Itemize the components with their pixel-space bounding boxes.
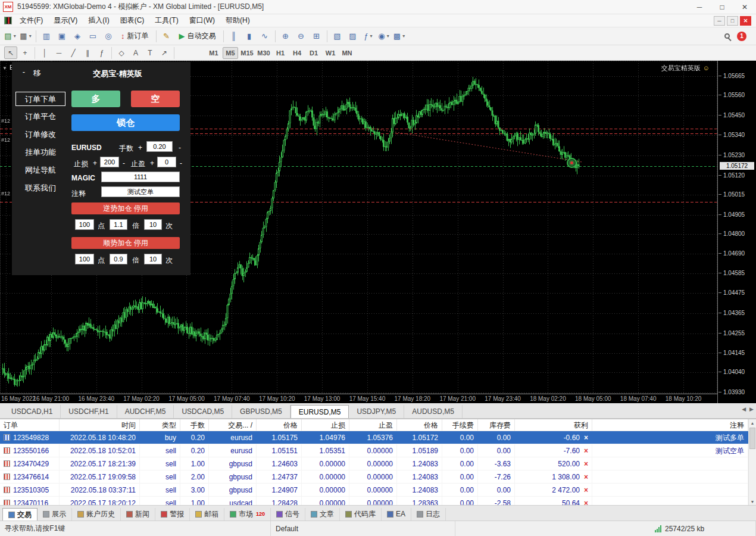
panel-menu-item-4[interactable]: 网址导航 bbox=[15, 163, 65, 177]
chart-tab-usdcad-h1[interactable]: USDCAD,H1 bbox=[4, 405, 61, 418]
column-header-profit[interactable]: 获利 bbox=[515, 419, 592, 431]
lots-input[interactable] bbox=[146, 141, 173, 152]
status-profile[interactable]: Default bbox=[271, 521, 455, 536]
bottom-tab-mailbox[interactable]: 邮箱 bbox=[190, 508, 224, 521]
chart-corner-arrow-icon[interactable]: ▼ bbox=[2, 66, 7, 71]
column-header-commission[interactable]: 手续费 bbox=[442, 419, 478, 431]
panel-menu-item-2[interactable]: 订单修改 bbox=[15, 127, 65, 142]
line-chart-button[interactable]: ∿ bbox=[258, 29, 272, 43]
market-watch-button[interactable]: ▥ bbox=[39, 29, 54, 43]
order-row[interactable]: 1234766142022.05.17 19:09:58sell2.00gbpu… bbox=[0, 470, 756, 484]
panel-menu-item-1[interactable]: 订单平仓 bbox=[15, 110, 65, 124]
trendline-tool[interactable]: ╱ bbox=[67, 46, 80, 59]
search-icon[interactable] bbox=[724, 33, 730, 39]
order-row[interactable]: 1235498282022.05.18 10:48:20buy0.20eurus… bbox=[0, 431, 756, 444]
auto-arrange-button[interactable]: ▧ bbox=[330, 29, 345, 43]
minimize-button[interactable]: ─ bbox=[688, 0, 711, 14]
column-header-swap[interactable]: 库存费 bbox=[478, 419, 515, 431]
stoploss-input[interactable] bbox=[100, 157, 119, 167]
text-tool[interactable]: A bbox=[129, 46, 142, 59]
scroll-up-icon[interactable]: ▲ bbox=[749, 419, 756, 427]
profiles-button[interactable]: ▦▾ bbox=[18, 29, 33, 43]
periods-button[interactable]: ◉▾ bbox=[377, 29, 391, 43]
trend-add-button[interactable]: 顺势加仓 停用 bbox=[71, 237, 180, 249]
timeframe-m30[interactable]: M30 bbox=[256, 47, 271, 59]
bottom-tab-alerts[interactable]: 警报 bbox=[155, 508, 190, 521]
timeframe-mn[interactable]: MN bbox=[339, 47, 355, 59]
bottom-tab-articles[interactable]: 文章 bbox=[305, 508, 340, 521]
bar-chart-button[interactable]: ║ bbox=[227, 29, 241, 43]
menu-charts[interactable]: 图表(C) bbox=[115, 14, 150, 27]
trend-points-input[interactable] bbox=[75, 254, 94, 264]
counter-trend-add-button[interactable]: 逆势加仓 停用 bbox=[71, 202, 180, 214]
menu-insert[interactable]: 插入(I) bbox=[83, 14, 114, 27]
timeframe-w1[interactable]: W1 bbox=[323, 47, 338, 59]
order-row[interactable]: 1235501662022.05.18 10:52:01sell0.20euru… bbox=[0, 444, 756, 457]
menu-help[interactable]: 帮助(H) bbox=[220, 14, 255, 27]
panel-move-button[interactable]: 移 bbox=[33, 68, 41, 79]
lots-increase-button[interactable]: + bbox=[138, 144, 142, 152]
scroll-down-icon[interactable]: ▼ bbox=[749, 498, 756, 505]
bottom-tab-exposure[interactable]: 展示 bbox=[38, 508, 72, 521]
bottom-tab-journal[interactable]: 日志 bbox=[411, 508, 446, 521]
panel-menu-item-3[interactable]: 挂单功能 bbox=[15, 145, 65, 160]
vertical-line-tool[interactable]: │ bbox=[38, 46, 51, 59]
bottom-tab-code-base[interactable]: 代码库 bbox=[340, 508, 382, 521]
chart-close-button[interactable]: ✕ bbox=[740, 16, 751, 26]
column-header-price[interactable]: 价格 bbox=[257, 419, 302, 431]
bottom-tab-trade[interactable]: 交易 bbox=[2, 508, 38, 521]
close-order-button[interactable]: × bbox=[584, 486, 588, 494]
sell-button[interactable]: 空 bbox=[131, 91, 180, 107]
strategy-tester-button[interactable]: ◎ bbox=[101, 29, 115, 43]
column-header-price2[interactable]: 价格 bbox=[397, 419, 442, 431]
magic-input[interactable] bbox=[101, 172, 180, 182]
price-axis[interactable]: 1.05172 1.056651.055601.054501.053401.05… bbox=[717, 61, 756, 403]
chart-tab-usdchf-h1[interactable]: USDCHF,H1 bbox=[61, 405, 117, 418]
bottom-tab-account-history[interactable]: 账户历史 bbox=[72, 508, 121, 521]
menu-tools[interactable]: 工具(T) bbox=[149, 14, 183, 27]
takeprofit-decrease-button[interactable]: - bbox=[180, 159, 182, 167]
order-row[interactable]: 1234704292022.05.17 18:21:39sell1.00gbpu… bbox=[0, 457, 756, 470]
menu-window[interactable]: 窗口(W) bbox=[184, 14, 220, 27]
stoploss-increase-button[interactable]: + bbox=[93, 159, 97, 167]
data-window-button[interactable]: ▣ bbox=[55, 29, 69, 43]
menu-view[interactable]: 显示(V) bbox=[48, 14, 83, 27]
bottom-tab-experts[interactable]: EA bbox=[382, 508, 411, 521]
takeprofit-input[interactable] bbox=[157, 157, 176, 167]
buy-button[interactable]: 多 bbox=[71, 91, 120, 107]
candlestick-chart-button[interactable]: ▮ bbox=[242, 29, 257, 43]
tabs-scroll-right-icon[interactable]: ▶ bbox=[749, 406, 754, 412]
chart-shift-button[interactable]: ▨ bbox=[346, 29, 360, 43]
arrows-tool[interactable]: ↗ bbox=[158, 46, 171, 59]
chart-tab-gbpusd-m5[interactable]: GBPUSD,M5 bbox=[232, 405, 290, 418]
horizontal-line-tool[interactable]: ─ bbox=[52, 46, 65, 59]
column-header-comment[interactable]: 注释 bbox=[592, 419, 748, 431]
column-header-tp[interactable]: 止盈 bbox=[349, 419, 397, 431]
column-header-type[interactable]: 类型 bbox=[140, 419, 180, 431]
maximize-button[interactable]: □ bbox=[711, 0, 733, 14]
timeframe-d1[interactable]: D1 bbox=[306, 47, 321, 59]
bottom-tab-signals[interactable]: 信号 bbox=[271, 508, 305, 521]
tabs-scroll-left-icon[interactable]: ◀ bbox=[742, 406, 746, 412]
lock-button[interactable]: 锁仓 bbox=[71, 114, 180, 131]
column-header-symbol[interactable]: 交易... / bbox=[209, 419, 257, 431]
terminal-button[interactable]: ▭ bbox=[86, 29, 100, 43]
counter-mult-input[interactable] bbox=[110, 219, 127, 230]
trend-mult-input[interactable] bbox=[110, 254, 127, 264]
indicators-button[interactable]: ƒ▾ bbox=[361, 29, 376, 43]
chart-tab-audchf-m5[interactable]: AUDCHF,M5 bbox=[117, 405, 174, 418]
column-header-lots[interactable]: 手数 bbox=[180, 419, 209, 431]
counter-times-input[interactable] bbox=[144, 219, 162, 230]
time-axis[interactable]: 16 May 202216 May 21:0016 May 23:4017 Ma… bbox=[0, 394, 717, 403]
column-header-time[interactable]: 时间 bbox=[60, 419, 140, 431]
order-row[interactable]: 1234701162022.05.17 18:20:12sell1.00usdc… bbox=[0, 497, 756, 505]
panel-minimize-button[interactable]: - bbox=[19, 68, 29, 77]
chart-window-icon[interactable] bbox=[4, 17, 12, 24]
column-header-sl[interactable]: 止损 bbox=[302, 419, 349, 431]
close-order-button[interactable]: × bbox=[584, 460, 588, 468]
close-button[interactable]: ✕ bbox=[733, 0, 756, 14]
label-tool[interactable]: T bbox=[143, 46, 157, 59]
chart-tab-eurusd-m5[interactable]: EURUSD,M5 bbox=[290, 405, 349, 418]
chart-restore-button[interactable]: □ bbox=[727, 16, 738, 26]
timeframe-m15[interactable]: M15 bbox=[239, 47, 255, 59]
